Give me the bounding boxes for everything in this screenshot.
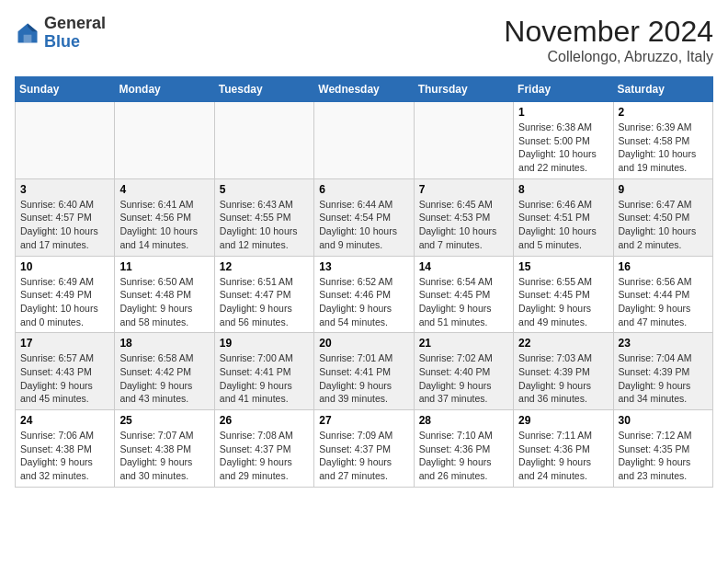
day-number: 1 xyxy=(518,106,608,119)
day-number: 30 xyxy=(619,414,708,427)
day-number: 13 xyxy=(319,260,408,273)
calendar-cell: 16Sunrise: 6:56 AMSunset: 4:44 PMDayligh… xyxy=(613,256,712,333)
day-number: 5 xyxy=(220,183,309,196)
day-info: Sunrise: 6:49 AMSunset: 4:49 PMDaylight:… xyxy=(20,275,109,329)
week-row-3: 10Sunrise: 6:49 AMSunset: 4:49 PMDayligh… xyxy=(16,256,713,333)
day-header-tuesday: Tuesday xyxy=(214,77,313,102)
day-info: Sunrise: 6:55 AMSunset: 4:45 PMDaylight:… xyxy=(518,275,608,329)
day-info: Sunrise: 6:38 AMSunset: 5:00 PMDaylight:… xyxy=(518,121,608,175)
calendar-cell: 9Sunrise: 6:47 AMSunset: 4:50 PMDaylight… xyxy=(613,178,712,256)
day-number: 2 xyxy=(619,106,708,119)
calendar-cell: 23Sunrise: 7:04 AMSunset: 4:39 PMDayligh… xyxy=(613,333,712,410)
calendar-cell: 10Sunrise: 6:49 AMSunset: 4:49 PMDayligh… xyxy=(16,256,115,333)
day-number: 9 xyxy=(619,183,708,196)
day-number: 4 xyxy=(119,183,209,196)
calendar-cell: 21Sunrise: 7:02 AMSunset: 4:40 PMDayligh… xyxy=(414,333,513,410)
calendar-cell: 28Sunrise: 7:10 AMSunset: 4:36 PMDayligh… xyxy=(414,410,513,488)
title-area: November 2024 Collelongo, Abruzzo, Italy xyxy=(504,15,713,65)
week-row-5: 24Sunrise: 7:06 AMSunset: 4:38 PMDayligh… xyxy=(16,410,713,488)
page-header: General Blue November 2024 Collelongo, A… xyxy=(15,15,713,65)
day-info: Sunrise: 6:50 AMSunset: 4:48 PMDaylight:… xyxy=(119,275,209,329)
day-number: 10 xyxy=(20,260,109,273)
logo-blue-text: Blue xyxy=(44,32,80,51)
day-header-friday: Friday xyxy=(514,77,613,102)
calendar-cell: 27Sunrise: 7:09 AMSunset: 4:37 PMDayligh… xyxy=(314,410,414,488)
day-number: 15 xyxy=(518,260,608,273)
day-number: 23 xyxy=(619,337,708,350)
week-row-1: 1Sunrise: 6:38 AMSunset: 5:00 PMDaylight… xyxy=(16,102,713,179)
calendar-cell xyxy=(214,102,313,179)
day-info: Sunrise: 6:45 AMSunset: 4:53 PMDaylight:… xyxy=(419,198,508,252)
calendar-cell: 17Sunrise: 6:57 AMSunset: 4:43 PMDayligh… xyxy=(16,333,115,410)
day-info: Sunrise: 6:56 AMSunset: 4:44 PMDaylight:… xyxy=(619,275,708,329)
day-number: 19 xyxy=(220,337,309,350)
calendar-cell: 1Sunrise: 6:38 AMSunset: 5:00 PMDaylight… xyxy=(514,102,613,179)
calendar-cell: 19Sunrise: 7:00 AMSunset: 4:41 PMDayligh… xyxy=(214,333,313,410)
day-number: 24 xyxy=(20,414,109,427)
calendar-cell: 30Sunrise: 7:12 AMSunset: 4:35 PMDayligh… xyxy=(613,410,712,488)
day-number: 26 xyxy=(220,414,309,427)
location-subtitle: Collelongo, Abruzzo, Italy xyxy=(504,49,713,65)
calendar-cell xyxy=(314,102,414,179)
day-number: 29 xyxy=(518,414,608,427)
day-info: Sunrise: 6:41 AMSunset: 4:56 PMDaylight:… xyxy=(119,198,209,252)
day-number: 7 xyxy=(419,183,508,196)
calendar-cell: 13Sunrise: 6:52 AMSunset: 4:46 PMDayligh… xyxy=(314,256,414,333)
day-info: Sunrise: 6:54 AMSunset: 4:45 PMDaylight:… xyxy=(419,275,508,329)
day-info: Sunrise: 7:10 AMSunset: 4:36 PMDaylight:… xyxy=(419,429,508,483)
calendar-cell: 4Sunrise: 6:41 AMSunset: 4:56 PMDaylight… xyxy=(115,178,214,256)
day-header-thursday: Thursday xyxy=(414,77,513,102)
calendar-cell: 25Sunrise: 7:07 AMSunset: 4:38 PMDayligh… xyxy=(115,410,214,488)
day-info: Sunrise: 6:47 AMSunset: 4:50 PMDaylight:… xyxy=(619,198,708,252)
day-number: 8 xyxy=(518,183,608,196)
day-info: Sunrise: 6:52 AMSunset: 4:46 PMDaylight:… xyxy=(319,275,408,329)
calendar-cell: 8Sunrise: 6:46 AMSunset: 4:51 PMDaylight… xyxy=(514,178,613,256)
calendar-cell: 3Sunrise: 6:40 AMSunset: 4:57 PMDaylight… xyxy=(16,178,115,256)
day-number: 27 xyxy=(319,414,408,427)
day-number: 25 xyxy=(119,414,209,427)
day-number: 21 xyxy=(419,337,508,350)
day-info: Sunrise: 6:40 AMSunset: 4:57 PMDaylight:… xyxy=(20,198,109,252)
day-info: Sunrise: 7:09 AMSunset: 4:37 PMDaylight:… xyxy=(319,429,408,483)
calendar-cell xyxy=(115,102,214,179)
day-info: Sunrise: 6:57 AMSunset: 4:43 PMDaylight:… xyxy=(20,351,109,406)
calendar-cell: 14Sunrise: 6:54 AMSunset: 4:45 PMDayligh… xyxy=(414,256,513,333)
day-number: 12 xyxy=(220,260,309,273)
calendar-cell: 20Sunrise: 7:01 AMSunset: 4:41 PMDayligh… xyxy=(314,333,414,410)
month-title: November 2024 xyxy=(504,15,713,49)
day-header-wednesday: Wednesday xyxy=(314,77,414,102)
calendar-cell: 22Sunrise: 7:03 AMSunset: 4:39 PMDayligh… xyxy=(514,333,613,410)
day-info: Sunrise: 7:01 AMSunset: 4:41 PMDaylight:… xyxy=(319,351,408,406)
day-info: Sunrise: 6:43 AMSunset: 4:55 PMDaylight:… xyxy=(220,198,309,252)
day-info: Sunrise: 7:00 AMSunset: 4:41 PMDaylight:… xyxy=(220,351,309,406)
day-info: Sunrise: 6:51 AMSunset: 4:47 PMDaylight:… xyxy=(220,275,309,329)
calendar-cell: 18Sunrise: 6:58 AMSunset: 4:42 PMDayligh… xyxy=(115,333,214,410)
day-number: 18 xyxy=(119,337,209,350)
calendar-cell: 15Sunrise: 6:55 AMSunset: 4:45 PMDayligh… xyxy=(514,256,613,333)
calendar-table: SundayMondayTuesdayWednesdayThursdayFrid… xyxy=(15,76,713,488)
day-info: Sunrise: 7:03 AMSunset: 4:39 PMDaylight:… xyxy=(518,351,608,406)
calendar-cell: 24Sunrise: 7:06 AMSunset: 4:38 PMDayligh… xyxy=(16,410,115,488)
day-info: Sunrise: 7:08 AMSunset: 4:37 PMDaylight:… xyxy=(220,429,309,483)
calendar-cell: 11Sunrise: 6:50 AMSunset: 4:48 PMDayligh… xyxy=(115,256,214,333)
day-info: Sunrise: 6:44 AMSunset: 4:54 PMDaylight:… xyxy=(319,198,408,252)
day-info: Sunrise: 6:46 AMSunset: 4:51 PMDaylight:… xyxy=(518,198,608,252)
calendar-cell: 12Sunrise: 6:51 AMSunset: 4:47 PMDayligh… xyxy=(214,256,313,333)
logo-icon xyxy=(15,20,40,46)
day-number: 6 xyxy=(319,183,408,196)
svg-rect-2 xyxy=(24,35,32,43)
calendar-cell: 6Sunrise: 6:44 AMSunset: 4:54 PMDaylight… xyxy=(314,178,414,256)
day-info: Sunrise: 7:11 AMSunset: 4:36 PMDaylight:… xyxy=(518,429,608,483)
week-row-2: 3Sunrise: 6:40 AMSunset: 4:57 PMDaylight… xyxy=(16,178,713,256)
day-header-sunday: Sunday xyxy=(16,77,115,102)
calendar-cell xyxy=(16,102,115,179)
day-info: Sunrise: 7:12 AMSunset: 4:35 PMDaylight:… xyxy=(619,429,708,483)
day-header-monday: Monday xyxy=(115,77,214,102)
day-number: 17 xyxy=(20,337,109,350)
day-number: 16 xyxy=(619,260,708,273)
day-info: Sunrise: 7:04 AMSunset: 4:39 PMDaylight:… xyxy=(619,351,708,406)
week-row-4: 17Sunrise: 6:57 AMSunset: 4:43 PMDayligh… xyxy=(16,333,713,410)
calendar-cell xyxy=(414,102,513,179)
day-info: Sunrise: 7:02 AMSunset: 4:40 PMDaylight:… xyxy=(419,351,508,406)
day-number: 22 xyxy=(518,337,608,350)
